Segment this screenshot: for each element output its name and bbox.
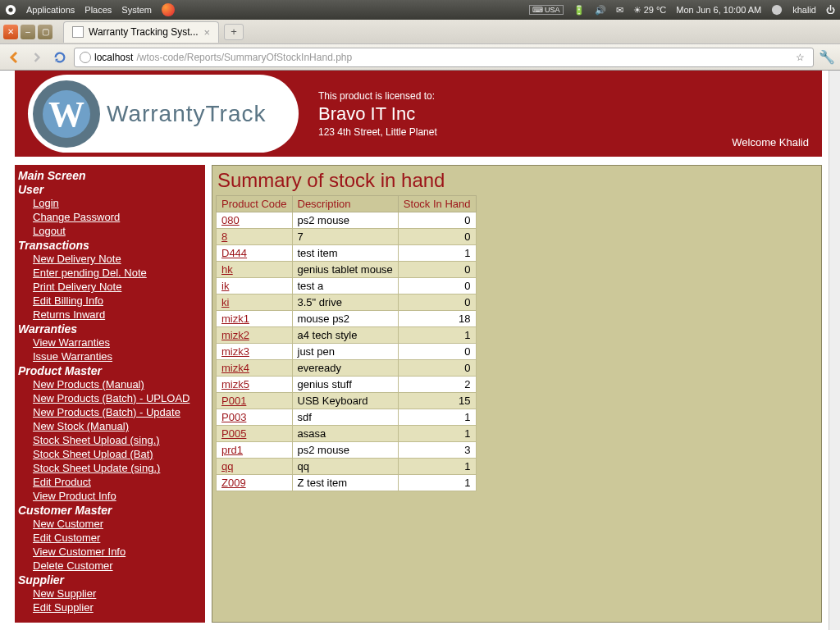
product-code-link[interactable]: Z009 — [221, 477, 246, 489]
sidebar-link[interactable]: Login — [33, 196, 202, 210]
product-code-link[interactable]: ki — [221, 296, 229, 308]
sidebar-link[interactable]: Edit Customer — [33, 531, 202, 545]
sidebar-link[interactable]: Issue Warranties — [33, 349, 202, 363]
sidebar-link[interactable]: Change Password — [33, 210, 202, 224]
sidebar-section: Warranties — [18, 322, 202, 336]
browser-toolbar: localhost/wtos-code/Reports/SummaryOfSto… — [0, 44, 840, 71]
product-code-link[interactable]: mizk2 — [221, 329, 249, 341]
sidebar-section: Main Screen — [18, 169, 202, 182]
product-code-link[interactable]: mizk4 — [221, 362, 249, 374]
sidebar-link[interactable]: Logout — [33, 224, 202, 238]
address-bar[interactable]: localhost/wtos-code/Reports/SummaryOfSto… — [74, 48, 814, 67]
clock[interactable]: Mon Jun 6, 10:00 AM — [676, 5, 761, 15]
sidebar-link[interactable]: Stock Sheet Upload (Bat) — [33, 447, 202, 461]
table-row: ki3.5" drive0 — [217, 294, 477, 311]
table-row: mizk4eveready0 — [217, 360, 477, 377]
page-title: Summary of stock in hand — [217, 169, 818, 192]
sidebar-link[interactable]: View Warranties — [33, 336, 202, 349]
product-code-link[interactable]: P005 — [221, 427, 246, 440]
os-menubar: Applications Places System ⌨ USA 🔋 🔊 ✉ ☀… — [0, 0, 840, 20]
sidebar-link[interactable]: Delete Customer — [33, 559, 202, 573]
sidebar-link[interactable]: New Supplier — [33, 587, 202, 600]
weather-indicator[interactable]: ☀ 29 °C — [633, 5, 667, 16]
sidebar-link[interactable]: View Customer Info — [33, 545, 202, 559]
stock-table: Product CodeDescriptionStock In Hand 080… — [216, 195, 477, 491]
table-row: prd1ps2 mouse3 — [217, 442, 477, 459]
globe-icon — [80, 52, 91, 63]
company-name: Bravo IT Inc — [318, 103, 437, 125]
keyboard-indicator[interactable]: ⌨ USA — [529, 5, 564, 15]
table-row: P003sdf1 — [217, 409, 477, 426]
session-user[interactable]: khalid — [792, 5, 816, 15]
logo: W WarrantyTrack — [28, 75, 299, 153]
url-path: /wtos-code/Reports/SummaryOfStockInHand.… — [136, 52, 352, 63]
tab-close-icon[interactable]: × — [203, 26, 210, 39]
menu-system[interactable]: System — [121, 5, 152, 15]
window-maximize-button[interactable]: ▢ — [38, 25, 52, 39]
table-row: D444test item1 — [217, 245, 477, 262]
sidebar-link[interactable]: Stock Sheet Upload (sing.) — [33, 433, 202, 447]
product-code-link[interactable]: P001 — [221, 395, 246, 407]
sidebar-link[interactable]: Print Delivery Note — [33, 280, 202, 294]
mail-icon[interactable]: ✉ — [616, 5, 623, 16]
column-header: Description — [292, 196, 398, 212]
table-row: 080ps2 mouse0 — [217, 212, 477, 229]
power-icon[interactable]: ⏻ — [826, 5, 835, 15]
license-info: This product is licensed to: Bravo IT In… — [318, 90, 437, 138]
column-header: Stock In Hand — [398, 196, 476, 212]
product-code-link[interactable]: hk — [221, 263, 233, 276]
svg-point-1 — [8, 7, 12, 11]
sidebar-section: User — [18, 183, 202, 196]
url-host: localhost — [94, 52, 133, 63]
window-close-button[interactable]: ✕ — [3, 25, 18, 39]
svg-point-2 — [772, 5, 782, 15]
product-code-link[interactable]: mizk5 — [221, 378, 249, 390]
sidebar-section: Customer Master — [18, 504, 202, 517]
sidebar-link[interactable]: Edit Product — [33, 475, 202, 489]
page-icon — [72, 26, 84, 38]
table-row: mizk1mouse ps218 — [217, 311, 477, 327]
logo-text: WarrantyTrack — [107, 101, 267, 127]
volume-icon[interactable]: 🔊 — [595, 5, 606, 16]
new-tab-button[interactable]: + — [224, 24, 244, 40]
sidebar-section: Supplier — [18, 573, 202, 587]
sidebar-link[interactable]: Edit Billing Info — [33, 294, 202, 308]
sidebar-link[interactable]: Enter pending Del. Note — [33, 266, 202, 280]
product-code-link[interactable]: mizk1 — [221, 313, 249, 325]
table-row: 870 — [217, 229, 477, 245]
menu-applications[interactable]: Applications — [26, 5, 75, 15]
forward-button[interactable] — [28, 48, 46, 66]
sidebar-link[interactable]: Stock Sheet Update (sing.) — [33, 461, 202, 475]
sidebar-link[interactable]: View Product Info — [33, 489, 202, 503]
sidebar-link[interactable]: New Products (Manual) — [33, 377, 202, 391]
product-code-link[interactable]: 080 — [221, 214, 240, 226]
menu-places[interactable]: Places — [84, 5, 112, 15]
browser-tab[interactable]: Warranty Tracking Syst... × — [63, 21, 219, 43]
window-minimize-button[interactable]: – — [21, 25, 35, 39]
back-button[interactable] — [5, 48, 23, 66]
product-code-link[interactable]: mizk3 — [221, 345, 249, 358]
sidebar-link[interactable]: New Delivery Note — [33, 252, 202, 266]
table-row: mizk2a4 tech style1 — [217, 327, 477, 344]
product-code-link[interactable]: prd1 — [221, 444, 243, 456]
product-code-link[interactable]: ik — [221, 280, 229, 292]
sidebar-link[interactable]: Edit Supplier — [33, 600, 202, 614]
tab-title: Warranty Tracking Syst... — [89, 26, 199, 38]
scrollbar[interactable] — [829, 71, 840, 630]
product-code-link[interactable]: D444 — [221, 247, 247, 259]
user-icon[interactable] — [771, 4, 783, 16]
product-code-link[interactable]: 8 — [221, 231, 227, 243]
product-code-link[interactable]: P003 — [221, 411, 246, 423]
sidebar-link[interactable]: New Products (Batch) - UPLOAD — [33, 391, 202, 405]
sidebar-link[interactable]: New Customer — [33, 517, 202, 531]
sidebar-link[interactable]: New Products (Batch) - Update — [33, 405, 202, 419]
battery-icon[interactable]: 🔋 — [573, 5, 585, 16]
reload-button[interactable] — [51, 48, 69, 66]
bookmark-star-icon[interactable]: ☆ — [792, 49, 808, 66]
settings-wrench-icon[interactable]: 🔧 — [819, 49, 835, 66]
sidebar-link[interactable]: Returns Inward — [33, 308, 202, 322]
firefox-launcher-icon[interactable] — [162, 3, 175, 16]
sidebar-link[interactable]: New Stock (Manual) — [33, 419, 202, 433]
report-panel: Summary of stock in hand Product CodeDes… — [212, 165, 822, 623]
product-code-link[interactable]: qq — [221, 460, 233, 472]
